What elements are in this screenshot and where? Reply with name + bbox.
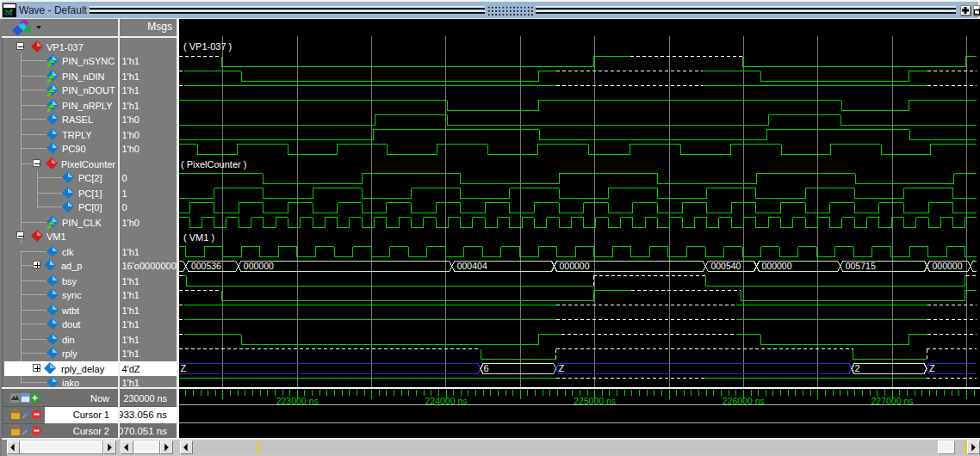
svg-text:225000 ns: 225000 ns [574, 396, 616, 406]
svg-text:000000: 000000 [560, 261, 590, 271]
svg-text:000536: 000536 [191, 261, 221, 271]
svg-text:( VP1-037 ): ( VP1-037 ) [183, 41, 232, 52]
svg-text:226000 ns: 226000 ns [723, 396, 765, 406]
svg-text:000000: 000000 [933, 261, 963, 271]
svg-text:227000 ns: 227000 ns [871, 396, 913, 406]
svg-text:223000 ns: 223000 ns [276, 396, 319, 406]
svg-text:( VM1 ): ( VM1 ) [183, 232, 214, 243]
svg-text:2: 2 [855, 363, 860, 373]
svg-text:( PixelCounter ): ( PixelCounter ) [181, 159, 246, 169]
svg-text:000000: 000000 [762, 261, 792, 271]
svg-text:6: 6 [484, 363, 489, 373]
svg-text:000540: 000540 [710, 261, 741, 271]
svg-text:Z: Z [181, 363, 187, 373]
svg-text:224000 ns: 224000 ns [425, 396, 467, 406]
svg-text:000404: 000404 [457, 261, 487, 271]
svg-text:000000: 000000 [244, 261, 274, 271]
svg-text:005715: 005715 [846, 261, 876, 271]
svg-text:Z: Z [929, 363, 935, 373]
svg-text:Z: Z [559, 363, 565, 373]
